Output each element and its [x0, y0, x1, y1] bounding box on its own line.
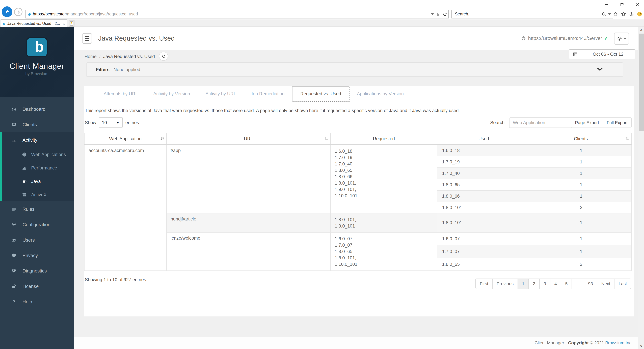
cell-used-version: 1.8.0_65: [437, 258, 530, 270]
page-button-last[interactable]: Last: [615, 279, 631, 288]
scrollbar-thumb[interactable]: [639, 34, 644, 131]
forward-arrow-icon: [16, 9, 21, 15]
minimize-button[interactable]: [602, 1, 610, 8]
page-button-3[interactable]: 3: [540, 279, 550, 288]
sidebar-item-privacy[interactable]: Privacy: [0, 248, 74, 263]
sidebar-item-license[interactable]: License: [0, 278, 74, 294]
tab-strip: e Java Requested vs. Used - 2... x ✦: [0, 20, 644, 27]
page-button-2[interactable]: 2: [529, 279, 540, 288]
breadcrumb-current: Java Requested vs. Used: [103, 54, 155, 59]
cell-used-version: 1.8.0_101: [437, 202, 530, 213]
back-button[interactable]: [2, 6, 12, 17]
gear-icon: [617, 36, 622, 41]
sidebar-item-web-applications[interactable]: Web Applications: [2, 148, 74, 161]
breadcrumb-home[interactable]: Home: [84, 54, 96, 59]
ie-favicon: e: [28, 12, 31, 17]
cell-clients: 1: [530, 156, 632, 167]
column-header-url[interactable]: URL: [166, 133, 330, 144]
heartbeat-icon: [12, 268, 18, 273]
address-dropdown-icon[interactable]: [431, 13, 434, 15]
sidebar-item-users[interactable]: Users: [0, 232, 74, 248]
sidebar-item-configuration[interactable]: Configuration: [0, 217, 74, 232]
cell-used-version: 1.6.0_18: [437, 144, 530, 156]
page-button-4[interactable]: 4: [550, 279, 561, 288]
page-button-ellipsis[interactable]: ...: [572, 279, 584, 288]
page-button-first[interactable]: First: [476, 279, 493, 288]
sidebar-item-help[interactable]: ?Help: [0, 294, 74, 309]
list-icon: [12, 207, 18, 212]
browsium-link[interactable]: Browsium Inc.: [605, 340, 632, 345]
page-button-1[interactable]: 1: [518, 279, 528, 288]
page-button-93[interactable]: 93: [584, 279, 597, 288]
search-label: Search:: [490, 120, 506, 125]
favorites-button[interactable]: [620, 10, 626, 19]
cell-used-version: 1.8.0_101: [437, 213, 530, 232]
server-settings-button[interactable]: [614, 33, 629, 45]
report-card: Attempts by URLActivity by VersionActivi…: [84, 86, 634, 316]
forward-button[interactable]: [14, 8, 22, 16]
tab-attempts-by-url[interactable]: Attempts by URL: [96, 86, 146, 101]
archive-icon: [22, 192, 28, 197]
column-header-used[interactable]: Used: [437, 133, 530, 144]
filters-bar[interactable]: Filters None applied: [86, 62, 623, 77]
sort-both-icon: [324, 136, 328, 142]
table-row: accounts-ca.acmecorp.comf/app1.6.0_18,1.…: [84, 144, 632, 156]
sidebar-item-activex[interactable]: ActiveX: [2, 188, 74, 201]
sidebar-item-diagnostics[interactable]: Diagnostics: [0, 263, 74, 278]
column-header-clients[interactable]: Clients: [530, 133, 632, 144]
tab-applications-by-version[interactable]: Applications by Version: [349, 86, 412, 101]
address-bar[interactable]: e https://bcmstester/manager/reports/jav…: [26, 10, 449, 19]
close-button[interactable]: [633, 1, 642, 8]
scroll-down-icon[interactable]: ∨: [638, 343, 644, 349]
home-button[interactable]: [612, 10, 618, 19]
page-export-button[interactable]: Page Export: [572, 118, 603, 128]
page-button-next[interactable]: Next: [597, 279, 614, 288]
full-export-button[interactable]: Full Export: [603, 118, 631, 128]
cell-clients: 1: [530, 167, 632, 179]
page-content: b Client Manager by Browsium DashboardCl…: [0, 27, 644, 349]
feedback-button[interactable]: [636, 10, 643, 19]
browser-search-box[interactable]: [452, 10, 613, 19]
sidebar-item-dashboard[interactable]: Dashboard: [0, 101, 74, 117]
window-titlebar[interactable]: [0, 0, 644, 9]
column-header-web-application[interactable]: Web Application: [84, 133, 166, 144]
settings-button[interactable]: [628, 10, 634, 19]
show-label: Show: [85, 120, 96, 125]
menu-toggle-button[interactable]: [82, 33, 92, 44]
column-header-requested[interactable]: Requested: [330, 133, 437, 144]
sidebar-item-performance[interactable]: Performance: [2, 161, 74, 175]
date-range-picker[interactable]: Oct 06 - Oct 12: [569, 49, 635, 59]
new-tab-button[interactable]: ✦: [69, 20, 74, 27]
restore-button[interactable]: [618, 1, 626, 8]
browser-search-input[interactable]: [455, 12, 602, 17]
table-search-input[interactable]: [509, 117, 578, 128]
tab-requested-vs-used[interactable]: Requested vs. Used: [292, 86, 349, 101]
sidebar-item-java[interactable]: Java: [2, 175, 74, 188]
refresh-icon[interactable]: [443, 12, 447, 16]
tab-ion-remediation[interactable]: Ion Remediation: [244, 86, 292, 101]
sidebar-item-label: Dashboard: [22, 106, 46, 112]
sidebar-item-label: Web Applications: [31, 152, 66, 157]
cell-used-version: 1.8.0_66: [437, 190, 530, 202]
search-dropdown-icon[interactable]: [608, 13, 611, 15]
tab-activity-by-url[interactable]: Activity by URL: [198, 86, 244, 101]
page-button-previous[interactable]: Previous: [492, 279, 518, 288]
calendar-icon: [569, 50, 581, 59]
date-range-value: Oct 06 - Oct 12: [581, 50, 635, 59]
sidebar-item-activity[interactable]: Activity: [2, 132, 74, 148]
breadcrumb: Home / Java Requested vs. Used: [84, 54, 155, 59]
chevron-down-icon[interactable]: [597, 67, 603, 73]
page-button-5[interactable]: 5: [561, 279, 572, 288]
search-icon[interactable]: [602, 12, 606, 17]
browser-tab[interactable]: e Java Requested vs. Used - 2... x: [1, 20, 67, 27]
sidebar-item-clients[interactable]: Clients: [0, 117, 74, 132]
minimize-icon: [604, 2, 608, 6]
tab-activity-by-version[interactable]: Activity by Version: [146, 86, 198, 101]
sidebar-item-rules[interactable]: Rules: [0, 201, 74, 217]
scroll-up-icon[interactable]: ∧: [638, 27, 644, 33]
page-scrollbar[interactable]: ∧ ∨: [638, 27, 644, 349]
sidebar-item-label: ActiveX: [31, 192, 46, 197]
page-size-select[interactable]: 10 ▼: [99, 117, 123, 128]
refresh-report-button[interactable]: [159, 52, 168, 61]
tab-close-icon[interactable]: x: [63, 22, 65, 25]
